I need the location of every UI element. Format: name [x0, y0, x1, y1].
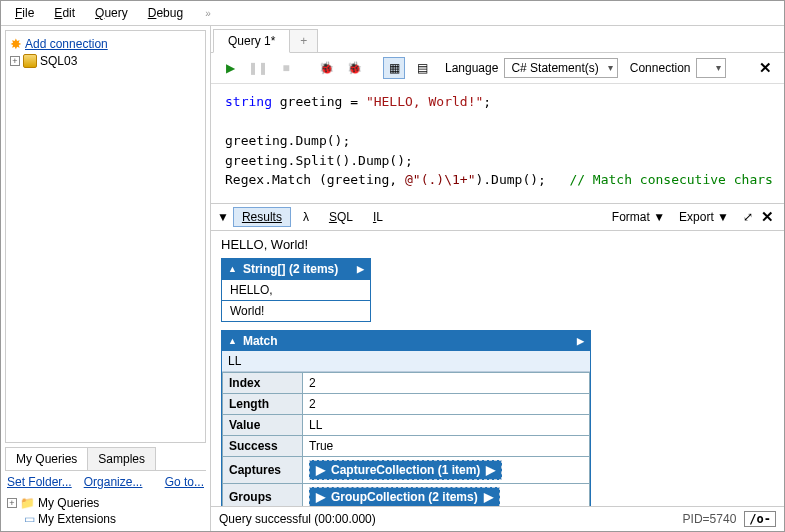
lambda-tab[interactable]: λ [295, 208, 317, 226]
connection-select[interactable] [696, 58, 725, 78]
connection-node[interactable]: + SQL03 [10, 53, 201, 69]
menu-overflow-icon[interactable]: » [205, 8, 211, 19]
add-connection-link[interactable]: Add connection [25, 37, 108, 51]
menu-file[interactable]: File [7, 4, 42, 22]
groups-chip[interactable]: ▶GroupCollection (2 items)▶ [309, 487, 500, 506]
right-column: Query 1* + ▶ ❚❚ ■ 🐞 🐞 ▦ ▤ Language C# St… [211, 26, 784, 531]
stop-button[interactable]: ■ [275, 57, 297, 79]
expand-icon[interactable]: + [10, 56, 20, 66]
page-icon: ▭ [24, 512, 35, 526]
expand-icon[interactable]: ⤢ [743, 210, 753, 224]
goto-link[interactable]: Go to... [165, 475, 204, 489]
status-pid: PID=5740 [683, 512, 737, 526]
debug-step-button[interactable]: 🐞 [343, 57, 365, 79]
database-icon [23, 54, 37, 68]
row-value: LL [303, 415, 590, 436]
row-value: 2 [303, 373, 590, 394]
result-text-hello: HELLO, World! [221, 237, 774, 252]
add-tab-button[interactable]: + [290, 29, 318, 53]
folder-icon: 📁 [20, 496, 35, 510]
sql-tab[interactable]: SQL [321, 208, 361, 226]
match-result: ▲Match▶ LL Index2 Length2 ValueLL Succes… [221, 330, 591, 506]
pause-button[interactable]: ❚❚ [247, 57, 269, 79]
code-editor[interactable]: string greeting = "HELLO, World!"; greet… [211, 84, 784, 204]
add-connection-row[interactable]: ✸ Add connection [10, 35, 201, 53]
connections-panel: ✸ Add connection + SQL03 [5, 30, 206, 443]
set-folder-link[interactable]: Set Folder... [7, 475, 72, 489]
queries-body: Set Folder... Organize... Go to... + 📁 M… [1, 471, 210, 531]
left-column: ✸ Add connection + SQL03 My Queries Samp… [1, 26, 211, 531]
my-extensions-label: My Extensions [38, 512, 116, 526]
row-label: Length [223, 394, 303, 415]
toolbar: ▶ ❚❚ ■ 🐞 🐞 ▦ ▤ Language C# Statement(s) … [211, 53, 784, 84]
my-extensions-node[interactable]: ▭ My Extensions [7, 511, 204, 527]
status-message: Query successful (00:00.000) [219, 512, 376, 526]
run-button[interactable]: ▶ [219, 57, 241, 79]
close-results-button[interactable]: ✕ [757, 208, 778, 226]
row-label: Captures [223, 457, 303, 484]
string-array-result: ▲String[] (2 items)▶ HELLO, World! [221, 258, 371, 322]
tab-samples[interactable]: Samples [87, 447, 156, 470]
il-tab[interactable]: IL [365, 208, 391, 226]
queries-tabs: My Queries Samples [5, 447, 206, 471]
row-label: Success [223, 436, 303, 457]
export-dropdown[interactable]: Export ▼ [679, 210, 729, 224]
chevron-right-icon[interactable]: ▶ [357, 264, 364, 274]
collapse-icon[interactable]: ▲ [228, 336, 237, 346]
query-tab-active[interactable]: Query 1* [213, 29, 290, 53]
my-queries-label: My Queries [38, 496, 99, 510]
chevron-right-icon[interactable]: ▶ [577, 336, 584, 346]
grid-view-button[interactable]: ▤ [411, 57, 433, 79]
captures-chip[interactable]: ▶CaptureCollection (1 item)▶ [309, 460, 502, 480]
language-select[interactable]: C# Statement(s) [504, 58, 617, 78]
star-icon: ✸ [10, 36, 22, 52]
menu-edit[interactable]: Edit [46, 4, 83, 22]
menu-debug[interactable]: Debug [140, 4, 191, 22]
row-value: 2 [303, 394, 590, 415]
format-dropdown[interactable]: Format ▼ [612, 210, 665, 224]
array-item: HELLO, [222, 279, 370, 300]
results-pane[interactable]: HELLO, World! ▲String[] (2 items)▶ HELLO… [211, 231, 784, 506]
organize-link[interactable]: Organize... [84, 475, 143, 489]
row-label: Value [223, 415, 303, 436]
debug-button[interactable]: 🐞 [315, 57, 337, 79]
results-tab[interactable]: Results [233, 207, 291, 227]
row-label: Index [223, 373, 303, 394]
query-tab-bar: Query 1* + [211, 26, 784, 53]
close-query-button[interactable]: ✕ [755, 59, 776, 77]
language-label: Language [445, 61, 498, 75]
main-area: ✸ Add connection + SQL03 My Queries Samp… [1, 26, 784, 531]
connection-label: Connection [630, 61, 691, 75]
status-badge[interactable]: /o- [744, 511, 776, 527]
array-item: World! [222, 300, 370, 321]
results-toolbar: ▼ Results λ SQL IL Format ▼ Export ▼ ⤢ ✕ [211, 204, 784, 231]
menu-query[interactable]: Query [87, 4, 136, 22]
collapse-icon[interactable]: ▲ [228, 264, 237, 274]
status-bar: Query successful (00:00.000) PID=5740 /o… [211, 506, 784, 531]
results-collapse-icon[interactable]: ▼ [217, 210, 229, 224]
row-value: True [303, 436, 590, 457]
connection-label: SQL03 [40, 54, 77, 68]
menu-bar: File Edit Query Debug » [1, 1, 784, 26]
row-label: Groups [223, 484, 303, 507]
expand-icon[interactable]: + [7, 498, 17, 508]
rich-view-button[interactable]: ▦ [383, 57, 405, 79]
tab-my-queries[interactable]: My Queries [5, 447, 88, 470]
my-queries-node[interactable]: + 📁 My Queries [7, 495, 204, 511]
match-first-row: LL [222, 351, 590, 372]
